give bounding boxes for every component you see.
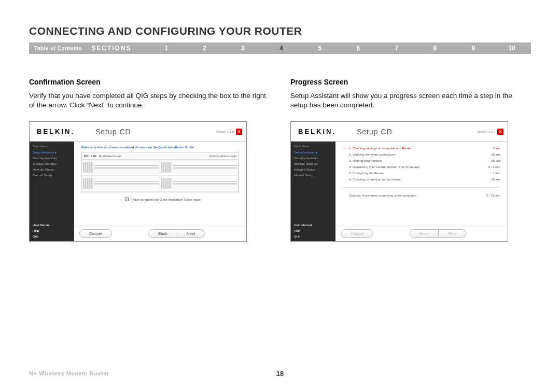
version-label: Version 1.1.0 (216, 130, 234, 133)
cancel-button: Cancel (341, 229, 373, 238)
back-button: Back (410, 229, 439, 238)
footer-page-number: 18 (276, 370, 284, 377)
confirmation-column: Confirmation Screen Verify that you have… (29, 78, 270, 242)
instruction-text: Make sure that you have completed all st… (81, 146, 239, 149)
sidebar-item-setup-assistant[interactable]: Setup Assistant ▸ (33, 150, 71, 154)
progress-screenshot: BELKIN. Setup CD Version 1.1.0 ✕ Main Me… (290, 121, 508, 242)
sidebar: Main Menu Setup Assistant ▸ Security Ass… (30, 142, 74, 241)
progress-step-5: 5. Configuring the Router1 min (343, 172, 500, 175)
close-icon[interactable]: ✕ (236, 129, 242, 135)
nav-section-10[interactable]: 10 (493, 45, 531, 52)
confirmation-screenshot: BELKIN. Setup CD Version 1.1.0 ✕ Main Me… (29, 121, 247, 242)
next-button: Next (439, 229, 466, 238)
sidebar-item-user-manual[interactable]: User Manual (33, 223, 71, 227)
page-footer: N+ Wireless Modem Router 18 (29, 370, 531, 376)
sidebar-item-help[interactable]: Help (33, 229, 71, 232)
progress-step-2: 2. Verifying hardware connections15 sec (343, 153, 500, 156)
sidebar-item-help[interactable]: Help (294, 229, 332, 232)
qig-mini-logo: BELKIN (84, 155, 97, 158)
nav-section-9[interactable]: 9 (454, 45, 493, 52)
progress-step-1: → 1. Checking settings on computer and R… (343, 147, 500, 150)
sidebar-item-manual[interactable]: Manual Setup (294, 174, 332, 177)
sidebar-item-manual[interactable]: Manual Setup (33, 174, 71, 177)
progress-list: → 1. Checking settings on computer and R… (343, 147, 500, 197)
progress-column: Progress Screen Setup Assistant will sho… (290, 78, 531, 242)
confirmation-heading: Confirmation Screen (29, 78, 270, 86)
nav-section-3[interactable]: 3 (224, 45, 262, 52)
progress-step-6: 6. Checking connection to the Internet10… (343, 178, 500, 181)
nav-section-5[interactable]: 5 (301, 45, 339, 52)
back-button[interactable]: Back (148, 229, 177, 238)
qig-guide-label: Quick Installation Guide (209, 155, 236, 158)
confirm-checkbox[interactable]: ✓ (125, 198, 129, 201)
progress-heading: Progress Screen (290, 78, 531, 86)
setup-cd-title: Setup CD (336, 128, 477, 136)
nav-section-2[interactable]: 2 (186, 45, 224, 52)
setup-cd-title: Setup CD (75, 128, 216, 136)
section-nav-bar: Table of Contents SECTIONS 1 2 3 4 5 6 7… (29, 43, 531, 54)
sidebar-item-setup-assistant[interactable]: Setup Assistant ▸ (294, 150, 332, 154)
progress-body: Setup Assistant will show you a progress… (290, 91, 531, 110)
sidebar-item-quit[interactable]: Quit (294, 235, 332, 238)
sidebar: Main Menu Setup Assistant ▸ Security Ass… (291, 142, 335, 241)
sidebar-item-security[interactable]: Security Assistant (33, 157, 71, 160)
sidebar-header: Main Menu (294, 145, 332, 148)
close-icon[interactable]: ✕ (497, 129, 503, 135)
belkin-logo: BELKIN. (295, 128, 336, 135)
page-title: CONNECTING AND CONFIGURING YOUR ROUTER (29, 25, 531, 37)
next-button[interactable]: Next (177, 229, 205, 238)
progress-optional: Optional: Assistance connecting other co… (343, 194, 500, 197)
qig-product-label: N+ Wireless Router (99, 155, 121, 158)
nav-toc[interactable]: Table of Contents (29, 46, 91, 51)
nav-section-1[interactable]: 1 (147, 45, 186, 52)
version-label: Version 1.1.0 (477, 130, 495, 133)
sidebar-item-security[interactable]: Security Assistant (294, 157, 332, 160)
nav-section-6[interactable]: 6 (339, 45, 377, 52)
sidebar-item-storage[interactable]: Storage Manager (33, 162, 71, 165)
sidebar-item-network[interactable]: Network Status (294, 168, 332, 171)
nav-section-7[interactable]: 7 (377, 45, 416, 52)
progress-step-3: 3. Naming your network15 sec (343, 159, 500, 162)
progress-step-4: 4. Requesting your Internet account info… (343, 165, 500, 169)
cancel-button[interactable]: Cancel (79, 229, 112, 238)
nav-sections-label: SECTIONS (91, 45, 147, 52)
sidebar-item-storage[interactable]: Storage Manager (294, 162, 332, 165)
arrow-icon: → (120, 198, 123, 201)
belkin-logo: BELKIN. (34, 128, 75, 135)
confirm-label: I have completed all Quick Installation … (131, 198, 200, 201)
sidebar-item-quit[interactable]: Quit (33, 235, 71, 238)
footer-product-name: N+ Wireless Modem Router (29, 370, 109, 376)
nav-section-4[interactable]: 4 (262, 45, 301, 52)
confirmation-body: Verify that you have completed all QIG s… (29, 91, 270, 110)
qig-preview: BELKIN N+ Wireless Router Quick Installa… (81, 152, 239, 192)
nav-section-8[interactable]: 8 (416, 45, 454, 52)
sidebar-header: Main Menu (33, 145, 71, 148)
current-step-arrow-icon: → (343, 147, 349, 150)
sidebar-item-user-manual[interactable]: User Manual (294, 223, 332, 227)
sidebar-item-network[interactable]: Network Status (33, 168, 71, 171)
